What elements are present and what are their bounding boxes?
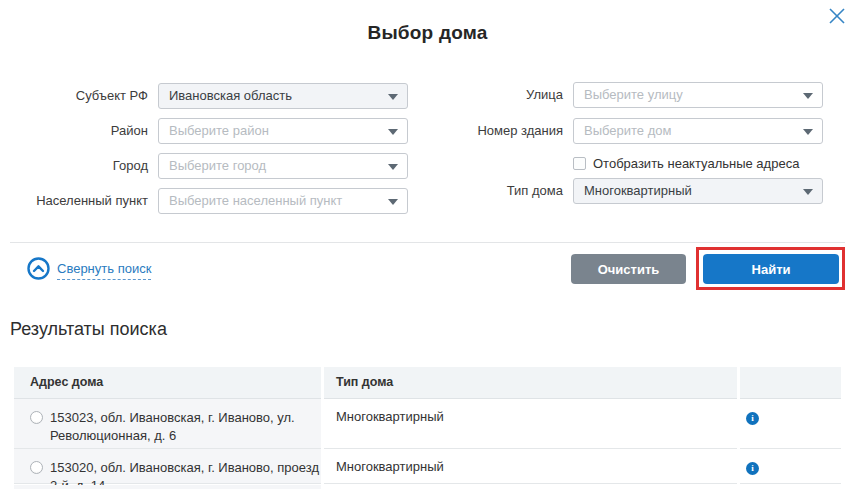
table-row-2-info-cell: i bbox=[740, 449, 841, 484]
city-label: Город bbox=[0, 153, 148, 179]
info-icon[interactable]: i bbox=[746, 462, 759, 475]
table-row-2-address-cell: 153020, обл. Ивановская, г. Иваново, про… bbox=[14, 449, 321, 484]
table-row-3-partial bbox=[14, 485, 321, 489]
building-label: Номер здания bbox=[380, 118, 563, 144]
subject-select[interactable]: Ивановская область bbox=[158, 83, 408, 109]
col-header-info bbox=[740, 367, 841, 399]
building-select[interactable]: Выберите дом bbox=[573, 118, 823, 144]
table-row-1-info-cell: i bbox=[740, 399, 841, 449]
dropdown-arrow-icon bbox=[388, 164, 398, 170]
dropdown-arrow-icon bbox=[803, 93, 813, 99]
collapse-search-link[interactable]: Свернуть поиск bbox=[57, 261, 151, 280]
row-1-radio[interactable] bbox=[30, 411, 43, 424]
street-select[interactable]: Выберите улицу bbox=[573, 82, 823, 108]
results-heading: Результаты поиска bbox=[10, 319, 167, 340]
district-select[interactable]: Выберите район bbox=[158, 118, 408, 144]
form-divider bbox=[10, 242, 845, 243]
col-header-type: Тип дома bbox=[324, 367, 737, 399]
dialog-title: Выбор дома bbox=[0, 22, 855, 44]
show-inactive-row: Отобразить неактуальные адреса bbox=[573, 154, 799, 172]
row-1-address: 153023, обл. Ивановская, г. Иваново, ул.… bbox=[50, 409, 321, 445]
house-type-label: Тип дома bbox=[380, 178, 563, 204]
table-row-2-type-cell: Многоквартирный bbox=[324, 449, 737, 484]
street-label: Улица bbox=[380, 82, 563, 108]
table-row-1-type-cell: Многоквартирный bbox=[324, 399, 737, 449]
table-row-1-address-cell: 153023, обл. Ивановская, г. Иваново, ул.… bbox=[14, 399, 321, 449]
settlement-select[interactable]: Выберите населенный пункт bbox=[158, 188, 408, 214]
show-inactive-label: Отобразить неактуальные адреса bbox=[593, 156, 799, 171]
settlement-label: Населенный пункт bbox=[0, 188, 148, 214]
find-button[interactable]: Найти bbox=[703, 254, 839, 284]
info-icon[interactable]: i bbox=[746, 412, 759, 425]
house-selection-dialog: Выбор дома Субъект РФ Ивановская область… bbox=[0, 0, 855, 489]
city-select[interactable]: Выберите город bbox=[158, 153, 408, 179]
show-inactive-checkbox[interactable] bbox=[573, 157, 586, 170]
subject-label: Субъект РФ bbox=[0, 83, 148, 109]
dropdown-arrow-icon bbox=[803, 129, 813, 135]
dropdown-arrow-icon bbox=[803, 189, 813, 195]
row-2-radio[interactable] bbox=[30, 461, 43, 474]
col-header-address: Адрес дома bbox=[14, 367, 321, 399]
district-label: Район bbox=[0, 118, 148, 144]
clear-button[interactable]: Очистить bbox=[571, 254, 686, 284]
collapse-search-icon[interactable] bbox=[27, 257, 50, 280]
house-type-select[interactable]: Многоквартирный bbox=[573, 178, 823, 204]
